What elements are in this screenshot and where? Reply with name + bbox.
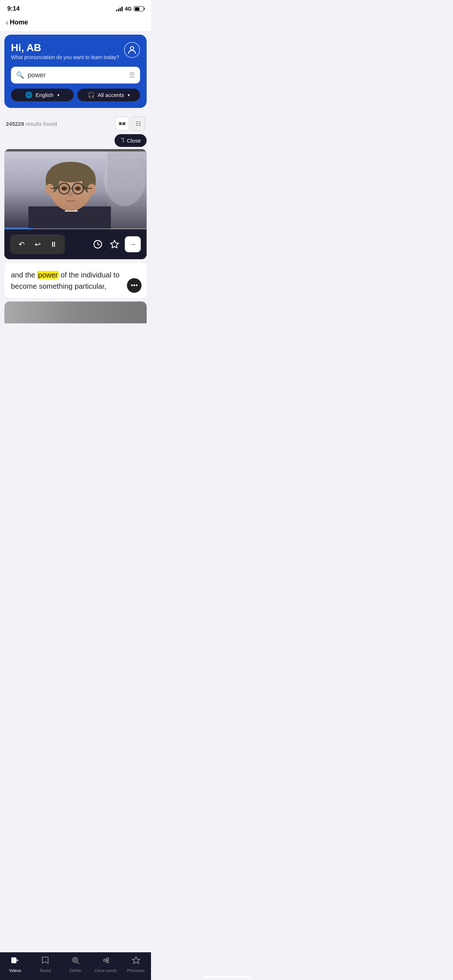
transcript-highlight: power: [37, 271, 58, 279]
results-count: 245228 results found: [6, 121, 57, 127]
back-button[interactable]: ‹: [6, 18, 8, 27]
next-button[interactable]: →: [125, 236, 141, 252]
svg-point-12: [46, 184, 54, 195]
results-bar: 245228 results found ■■ ☷: [0, 111, 151, 134]
language-label: English: [35, 92, 53, 98]
accent-chevron-icon: ▾: [128, 92, 130, 98]
list-view-button[interactable]: ☷: [131, 117, 145, 130]
more-dots-icon: •••: [131, 282, 138, 290]
svg-point-0: [130, 47, 134, 50]
search-input[interactable]: [28, 72, 126, 79]
favorite-button[interactable]: [108, 238, 121, 251]
view-toggle: ■■ ☷: [115, 117, 145, 130]
svg-point-25: [73, 181, 74, 182]
close-btn-row: ⠹ Close: [0, 134, 151, 149]
svg-point-27: [65, 180, 66, 181]
next-video-peek[interactable]: [4, 302, 147, 323]
avatar-icon: [127, 45, 137, 55]
close-x-icon: ⠹: [120, 137, 125, 144]
results-number: 245228: [6, 121, 24, 127]
hero-greeting: Hi, AB: [11, 42, 119, 54]
status-icons: 4G: [116, 6, 144, 12]
accent-label: All accents: [98, 92, 124, 98]
avatar-button[interactable]: [124, 42, 140, 58]
filter-icon[interactable]: ☰: [129, 71, 135, 79]
speed-icon: [93, 239, 103, 250]
hero-header: Hi, AB What pronunciation do you want to…: [11, 42, 140, 65]
nav-title: Home: [10, 19, 28, 26]
grid-view-button[interactable]: ■■: [115, 117, 129, 130]
transcript-card: and the power of the individual to becom…: [4, 263, 147, 298]
transcript-text: and the power of the individual to becom…: [11, 269, 140, 292]
controls-right-group: →: [91, 236, 141, 252]
hero-subtitle: What pronunciation do you want to learn …: [11, 54, 119, 60]
status-bar: 9:14 4G: [0, 0, 151, 14]
close-button[interactable]: ⠹ Close: [115, 134, 147, 147]
replay-10-button[interactable]: ↶: [14, 237, 29, 251]
accent-icon: 🎧: [88, 92, 95, 99]
battery-icon: [134, 6, 144, 11]
search-icon: 🔍: [16, 71, 24, 79]
video-thumbnail[interactable]: [4, 149, 147, 229]
speed-button[interactable]: [91, 238, 104, 251]
next-video-thumbnail: [4, 302, 147, 323]
svg-point-23: [68, 192, 73, 196]
controls-left-group: ↶ ↩ ⏸: [10, 234, 65, 254]
video-card: ↶ ↩ ⏸ →: [4, 149, 147, 259]
svg-marker-29: [110, 240, 118, 248]
svg-point-26: [79, 183, 81, 185]
svg-point-22: [75, 186, 81, 190]
video-progress-bar: [4, 228, 147, 229]
accent-selector[interactable]: 🎧 All accents ▾: [77, 89, 140, 101]
player-controls: ↶ ↩ ⏸ →: [4, 229, 147, 259]
video-progress-fill: [4, 228, 33, 229]
search-box: 🔍 ☰: [11, 67, 140, 83]
arrow-right-icon: →: [129, 240, 136, 248]
svg-point-13: [88, 184, 96, 195]
svg-rect-3: [108, 151, 147, 227]
close-label: Close: [127, 137, 141, 144]
nav-bar: ‹ Home: [0, 14, 151, 31]
language-chevron-icon: ▾: [57, 92, 59, 98]
results-label: results found: [26, 121, 57, 127]
svg-point-21: [61, 186, 67, 190]
signal-bars-icon: [116, 6, 123, 11]
status-time: 9:14: [7, 5, 20, 13]
language-icon: 🌐: [25, 92, 32, 99]
selector-row: 🌐 English ▾ 🎧 All accents ▾: [11, 89, 140, 101]
star-icon: [110, 240, 119, 249]
transcript-prefix: and the: [11, 271, 37, 279]
svg-point-24: [60, 182, 62, 184]
more-options-button[interactable]: •••: [127, 278, 142, 293]
video-person-image: [4, 149, 147, 229]
language-selector[interactable]: 🌐 English ▾: [11, 89, 74, 101]
pause-button[interactable]: ⏸: [47, 237, 61, 251]
replay-5-button[interactable]: ↩: [30, 237, 45, 251]
hero-text: Hi, AB What pronunciation do you want to…: [11, 42, 119, 65]
network-label: 4G: [125, 6, 132, 12]
hero-banner: Hi, AB What pronunciation do you want to…: [4, 35, 147, 108]
